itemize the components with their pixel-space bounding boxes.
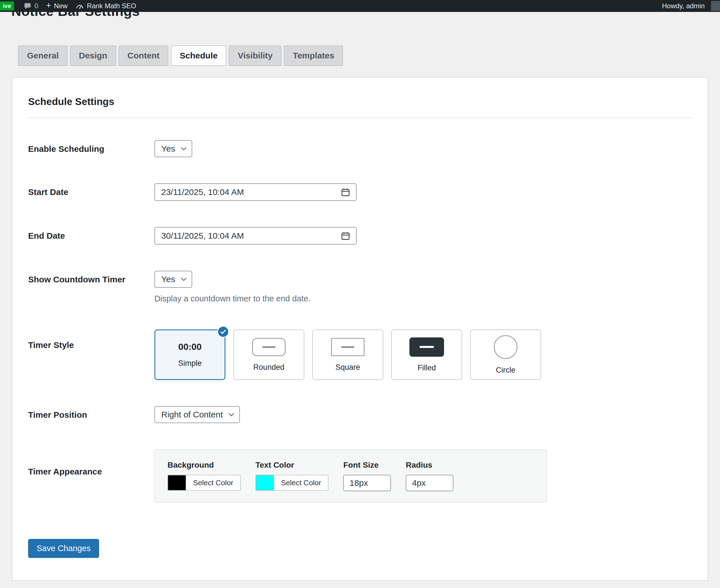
show-countdown-select[interactable]: Yes [155,271,192,288]
end-date-value: 30/11/2025, 10:04 AM [161,231,244,240]
filled-shape-icon [409,337,444,357]
save-changes-button[interactable]: Save Changes [28,539,99,558]
square-shape-icon [331,338,365,356]
site-badge[interactable]: ive [0,1,14,10]
tab-schedule[interactable]: Schedule [171,45,226,66]
tab-design[interactable]: Design [70,45,116,66]
chevron-down-icon [181,277,187,281]
text-color-label: Text Color [255,461,329,470]
rank-math-icon [76,2,84,9]
text-color-swatch[interactable] [255,475,274,491]
timer-appearance-panel: Background Select Color Text Color Selec… [155,449,547,503]
timer-appearance-row: Timer Appearance Background Select Color… [28,449,692,503]
chevron-down-icon [181,147,187,150]
radius-group: Radius 4px [406,461,453,491]
background-label: Background [167,461,241,470]
background-select-color-button[interactable]: Select Color [186,475,241,491]
text-color-group: Text Color Select Color [255,461,329,491]
comment-bubble-icon [24,2,32,9]
tab-templates[interactable]: Templates [284,45,343,66]
background-color-group: Background Select Color [167,461,241,491]
chevron-down-icon [229,413,234,416]
plus-icon: + [46,1,52,9]
new-content-link[interactable]: + New [42,0,72,12]
new-label: New [54,2,67,10]
show-countdown-help: Display a countdown timer to the end dat… [155,294,311,303]
show-countdown-row: Show Countdown Timer Yes Display a count… [28,271,692,303]
end-date-input[interactable]: 30/11/2025, 10:04 AM [155,227,356,245]
end-date-label: End Date [28,227,155,240]
end-date-row: End Date 30/11/2025, 10:04 AM [28,227,692,245]
calendar-icon[interactable] [341,187,350,197]
timer-style-option-label: Square [335,363,360,372]
start-date-input[interactable]: 23/11/2025, 10:04 AM [155,183,356,201]
howdy-label: Howdy, admin [662,2,705,10]
circle-shape-icon [494,335,518,359]
calendar-icon[interactable] [341,231,350,240]
timer-style-option-label: Simple [178,359,202,368]
selected-check-icon [217,326,229,338]
comments-count: 0 [34,2,38,10]
timer-position-select[interactable]: Right of Content [155,406,240,423]
tab-general[interactable]: General [18,45,67,66]
avatar [711,1,720,11]
account-menu[interactable]: Howdy, admin [660,0,720,12]
timer-preview-text: 00:00 [178,342,202,352]
radius-label: Radius [406,461,453,470]
show-countdown-value: Yes [161,274,175,284]
schedule-settings-card: Schedule Settings Enable Scheduling Yes … [12,77,708,581]
timer-style-option-label: Circle [496,366,515,375]
font-size-label: Font Size [343,461,391,470]
timer-position-row: Timer Position Right of Content [28,406,692,423]
font-size-input[interactable]: 18px [343,475,391,491]
timer-appearance-label: Timer Appearance [28,449,155,477]
section-heading: Schedule Settings [28,96,692,118]
timer-style-option-square[interactable]: Square [312,330,383,380]
timer-style-option-filled[interactable]: Filled [391,330,462,380]
timer-style-row: Timer Style 00:00 Simple Rounded Square … [28,330,692,380]
rank-math-link[interactable]: Rank Math SEO [71,0,140,12]
timer-style-option-label: Rounded [253,363,285,372]
start-date-label: Start Date [28,183,155,197]
tab-visibility[interactable]: Visibility [229,45,281,66]
tab-content[interactable]: Content [119,45,168,66]
comments-link[interactable]: 0 [20,0,42,12]
start-date-row: Start Date 23/11/2025, 10:04 AM [28,183,692,201]
admin-bar: ive 0 + New Rank Math SEO Howdy, admin [0,0,720,12]
enable-scheduling-row: Enable Scheduling Yes [28,140,692,157]
start-date-value: 23/11/2025, 10:04 AM [161,187,244,197]
timer-style-label: Timer Style [28,330,155,350]
rank-math-label: Rank Math SEO [87,2,136,10]
text-select-color-button[interactable]: Select Color [274,475,329,491]
timer-style-option-rounded[interactable]: Rounded [233,330,304,380]
background-color-swatch[interactable] [167,475,186,491]
enable-scheduling-select[interactable]: Yes [155,140,192,157]
rounded-shape-icon [252,338,286,356]
timer-position-value: Right of Content [161,410,223,419]
radius-input[interactable]: 4px [406,475,453,491]
show-countdown-label: Show Countdown Timer [28,271,155,285]
timer-style-option-simple[interactable]: 00:00 Simple [155,330,225,380]
timer-style-option-label: Filled [418,363,436,372]
enable-scheduling-label: Enable Scheduling [28,140,155,154]
enable-scheduling-value: Yes [161,144,175,153]
timer-position-label: Timer Position [28,406,155,420]
settings-tabs: General Design Content Schedule Visibili… [18,45,720,66]
font-size-group: Font Size 18px [343,461,391,491]
timer-style-option-circle[interactable]: Circle [470,330,541,380]
timer-style-options: 00:00 Simple Rounded Square Filled Circl… [155,330,541,380]
